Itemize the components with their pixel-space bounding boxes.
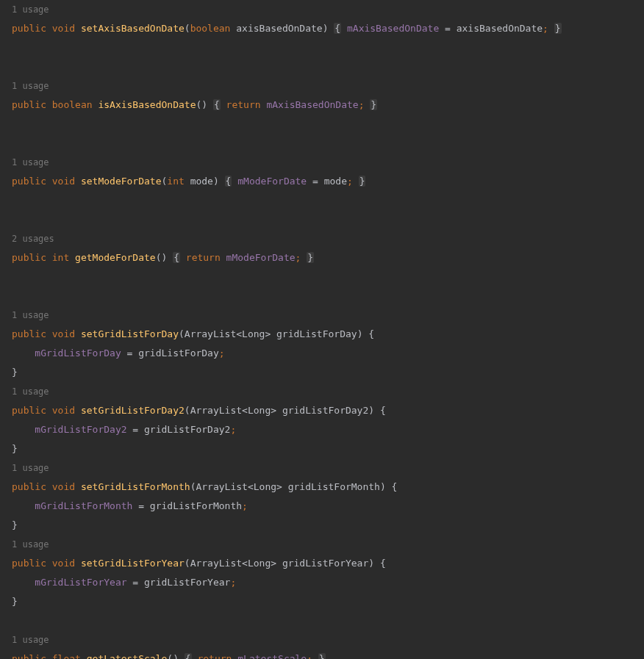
brace-close: } [12,367,18,378]
brace-open: { [213,99,221,110]
brace-open: { [225,176,232,187]
param-type: ArrayList<Long> [190,558,282,569]
modifiers: public void [12,481,81,492]
assign-lhs: mGridListForYear [35,577,126,588]
usages-text: 1 usage [12,4,49,15]
usages-hint[interactable]: 1 usage [0,0,644,19]
code-line[interactable]: } [0,516,644,535]
code-line[interactable]: public void setModeForDate(int mode) { m… [0,172,644,191]
blank-line [0,191,644,210]
usages-hint[interactable]: 1 usage [0,630,644,649]
code-line[interactable]: public void setGridListForDay(ArrayList<… [0,325,644,344]
assign-lhs: mGridListForDay2 [35,424,126,435]
usages-text: 1 usage [12,463,49,473]
method-name: getModeForDate [75,252,156,263]
param-name: gridListForDay2 [282,405,368,416]
modifiers: public void [12,23,81,34]
method-name: setModeForDate [81,176,162,187]
method-name: setGridListForDay2 [81,405,185,416]
modifiers: public void [12,558,81,569]
blank-line [0,210,644,229]
modifiers: public void [12,176,81,187]
assign-lhs: mGridListForDay [35,347,121,359]
param-name: gridListForMonth [288,481,380,492]
brace-close: } [12,519,18,530]
code-line[interactable]: mGridListForMonth = gridListForMonth; [0,497,644,516]
param-type: boolean [190,23,237,34]
usages-text: 1 usage [12,157,49,168]
param-type: ArrayList<Long> [185,328,276,339]
assign-rhs: mode [324,176,347,187]
modifiers: public int [12,252,75,263]
usages-hint[interactable]: 1 usage [0,76,644,96]
code-editor[interactable]: 1 usagepublic void setAxisBasedOnDate(bo… [0,0,644,659]
brace-close: } [12,596,18,607]
code-line[interactable]: mGridListForYear = gridListForYear; [0,573,644,592]
brace-close: } [318,653,326,659]
usages-text: 2 usages [12,234,54,244]
code-line[interactable]: public boolean isAxisBasedOnDate() { ret… [0,96,644,115]
code-line[interactable]: } [0,439,644,458]
return-keyword: return [226,99,267,110]
usages-text: 1 usage [12,81,49,91]
usages-hint[interactable]: 1 usage [0,306,644,325]
assign-rhs: gridListForYear [144,577,230,588]
code-line[interactable]: public void setAxisBasedOnDate(boolean a… [0,19,644,38]
modifiers: public boolean [12,99,98,110]
usages-hint[interactable]: 1 usage [0,535,644,554]
brace-close: } [370,99,377,110]
code-line[interactable]: public void setGridListForYear(ArrayList… [0,554,644,573]
code-line[interactable]: } [0,363,644,382]
modifiers: public void [12,328,81,339]
usages-hint[interactable]: 2 usages [0,229,644,248]
assign-lhs: mModeForDate [237,176,307,187]
return-value: mLatestScale [237,653,307,659]
assign-rhs: gridListForDay [138,347,219,359]
usages-text: 1 usage [12,539,49,550]
code-line[interactable]: public int getModeForDate() { return mMo… [0,248,644,267]
assign-rhs: gridListForDay2 [144,424,230,435]
code-line[interactable]: public float getLatestScale() { return m… [0,649,644,659]
assign-rhs: axisBasedOnDate [457,23,543,34]
return-value: mModeForDate [226,252,296,263]
modifiers: public float [12,653,87,659]
method-name: setAxisBasedOnDate [81,23,185,34]
brace-close: } [359,176,366,187]
blank-line [0,267,644,287]
method-name: isAxisBasedOnDate [98,99,196,110]
assign-lhs: mGridListForMonth [35,500,132,511]
code-line[interactable]: public void setGridListForMonth(ArrayLis… [0,478,644,497]
blank-line [0,611,644,630]
blank-line [0,115,644,134]
usages-text: 1 usage [12,310,49,320]
method-name: getLatestScale [87,653,168,659]
param-type: int [167,176,190,187]
code-line[interactable]: mGridListForDay2 = gridListForDay2; [0,420,644,439]
usages-hint[interactable]: 1 usage [0,382,644,401]
method-name: setGridListForYear [81,558,185,569]
method-name: setGridListForMonth [81,481,190,492]
return-keyword: return [197,653,237,659]
code-line[interactable]: mGridListForDay = gridListForDay; [0,344,644,363]
brace-open: { [173,252,180,263]
param-type: ArrayList<Long> [190,405,282,416]
usages-hint[interactable]: 1 usage [0,458,644,478]
code-line[interactable]: } [0,592,644,611]
brace-close: } [12,443,18,454]
usages-text: 1 usage [12,635,49,645]
usages-hint[interactable]: 1 usage [0,153,644,172]
brace-open: { [334,23,341,34]
param-name: gridListForYear [282,558,368,569]
blank-line [0,287,644,306]
blank-line [0,134,644,153]
brace-open: { [185,653,192,659]
method-name: setGridListForDay [81,328,179,339]
modifiers: public void [12,405,81,416]
param-type: ArrayList<Long> [196,481,287,492]
blank-line [0,38,644,57]
return-value: mAxisBasedOnDate [266,99,358,110]
code-line[interactable]: public void setGridListForDay2(ArrayList… [0,401,644,420]
param-name: mode [190,176,213,187]
param-name: axisBasedOnDate [236,23,322,34]
assign-lhs: mAxisBasedOnDate [347,23,439,34]
